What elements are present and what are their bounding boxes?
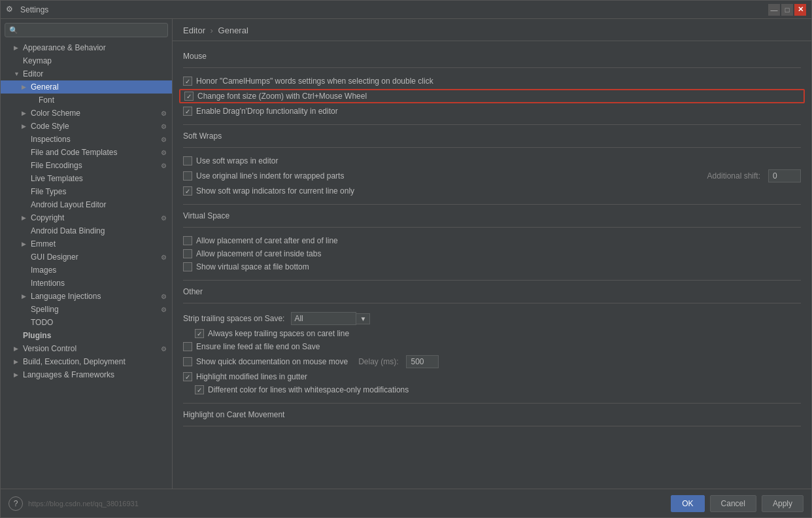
drag-drop-checkbox[interactable] xyxy=(183,107,192,116)
sidebar-item-intentions[interactable]: Intentions xyxy=(1,277,172,290)
ensure-line-feed-row: Ensure line feed at file end on Save xyxy=(183,340,801,353)
soft-wraps-divider xyxy=(183,147,801,148)
close-button[interactable]: ✕ xyxy=(794,4,806,16)
delay-ms-input[interactable] xyxy=(406,355,439,368)
settings-icon: ⚙ xyxy=(161,162,167,169)
strip-trailing-select[interactable]: All None Modified Lines xyxy=(291,312,356,325)
settings-icon: ⚙ xyxy=(161,306,167,313)
allow-caret-inside-tabs-checkbox[interactable] xyxy=(183,249,192,258)
sidebar-item-label: Code Style xyxy=(31,122,69,131)
diff-color-whitespace-checkbox[interactable] xyxy=(195,385,204,394)
sidebar-item-label: File Encodings xyxy=(31,161,82,170)
divider-1 xyxy=(183,124,801,125)
sidebar-item-spelling[interactable]: Spelling⚙ xyxy=(1,303,172,316)
content-area: Mouse Honor "CamelHumps" words settings … xyxy=(173,41,811,489)
allow-caret-after-end-checkbox[interactable] xyxy=(183,236,192,245)
sidebar-item-label: Live Templates xyxy=(31,174,83,183)
sidebar-item-color-scheme[interactable]: ▶Color Scheme⚙ xyxy=(1,107,172,120)
sidebar-item-editor[interactable]: ▼Editor xyxy=(1,67,172,80)
sidebar-item-label: Appearance & Behavior xyxy=(23,43,106,52)
arrow-icon: ▶ xyxy=(14,345,20,352)
sidebar-item-android-data-binding[interactable]: Android Data Binding xyxy=(1,224,172,237)
title-bar: ⚙ Settings — □ ✕ xyxy=(1,1,811,19)
soft-wraps-section-title: Soft Wraps xyxy=(183,131,801,141)
sidebar-item-label: Editor xyxy=(23,69,43,78)
arrow-icon: ▶ xyxy=(22,293,28,300)
diff-color-whitespace-row: Different color for lines with whitespac… xyxy=(183,383,801,396)
always-keep-trailing-label: Always keep trailing spaces on caret lin… xyxy=(208,329,349,338)
watermark: https://blog.csdn.net/qq_38016931 xyxy=(28,500,139,508)
allow-caret-after-end-row: Allow placement of caret after end of li… xyxy=(183,234,801,247)
maximize-button[interactable]: □ xyxy=(781,4,793,16)
strip-dropdown-arrow[interactable]: ▼ xyxy=(356,313,370,324)
sidebar-item-label: Font xyxy=(39,95,54,105)
sidebar-item-language-injections[interactable]: ▶Language Injections⚙ xyxy=(1,290,172,303)
sidebar-item-label: Spelling xyxy=(31,305,59,314)
sidebar-item-label: TODO xyxy=(31,318,53,327)
highlight-caret-divider xyxy=(183,426,801,426)
sidebar-item-languages-frameworks[interactable]: ▶Languages & Frameworks xyxy=(1,368,172,381)
virtual-space-section-title: Virtual Space xyxy=(183,211,801,220)
apply-button[interactable]: Apply xyxy=(762,495,804,512)
search-box[interactable]: 🔍 xyxy=(5,23,168,37)
ok-button[interactable]: OK xyxy=(671,495,704,512)
always-keep-trailing-checkbox[interactable] xyxy=(195,329,204,338)
arrow-icon: ▼ xyxy=(14,71,20,77)
sidebar-item-keymap[interactable]: Keymap xyxy=(1,54,172,67)
sidebar-item-images[interactable]: Images xyxy=(1,264,172,277)
sidebar-item-label: Languages & Frameworks xyxy=(23,370,114,379)
cancel-button[interactable]: Cancel xyxy=(710,495,756,512)
sidebar-item-file-code-templates[interactable]: File and Code Templates⚙ xyxy=(1,146,172,159)
show-soft-wrap-checkbox[interactable] xyxy=(183,186,192,196)
use-soft-wraps-row: Use soft wraps in editor xyxy=(183,154,801,167)
camel-humps-checkbox[interactable] xyxy=(183,77,192,86)
additional-shift-input[interactable] xyxy=(768,169,801,182)
sidebar-item-label: Plugins xyxy=(23,331,51,340)
sidebar-item-appearance[interactable]: ▶Appearance & Behavior xyxy=(1,41,172,54)
sidebar-item-emmet[interactable]: ▶Emmet xyxy=(1,237,172,250)
change-font-zoom-checkbox[interactable] xyxy=(184,92,194,101)
sidebar-item-file-encodings[interactable]: File Encodings⚙ xyxy=(1,159,172,172)
minimize-button[interactable]: — xyxy=(768,4,780,16)
show-soft-wrap-row: Show soft wrap indicators for current li… xyxy=(183,184,801,198)
use-soft-wraps-checkbox[interactable] xyxy=(183,156,192,165)
sidebar-item-todo[interactable]: TODO xyxy=(1,316,172,329)
sidebar-item-inspections[interactable]: Inspections⚙ xyxy=(1,133,172,146)
footer: ? https://blog.csdn.net/qq_38016931 OK C… xyxy=(1,489,811,517)
divider-4 xyxy=(183,403,801,404)
sidebar-item-code-style[interactable]: ▶Code Style⚙ xyxy=(1,120,172,133)
help-button[interactable]: ? xyxy=(8,496,23,511)
show-quick-doc-checkbox[interactable] xyxy=(183,357,192,366)
sidebar-item-live-templates[interactable]: Live Templates xyxy=(1,172,172,185)
camel-humps-row: Honor "CamelHumps" words settings when s… xyxy=(183,75,801,88)
ensure-line-feed-checkbox[interactable] xyxy=(183,342,192,351)
highlight-modified-checkbox[interactable] xyxy=(183,372,192,381)
settings-icon: ⚙ xyxy=(161,149,167,156)
show-virtual-space-checkbox[interactable] xyxy=(183,262,192,271)
sidebar-item-general[interactable]: ▶General xyxy=(1,80,172,94)
sidebar-item-plugins[interactable]: Plugins xyxy=(1,329,172,342)
drag-drop-row: Enable Drag'n'Drop functionality in edit… xyxy=(183,105,801,118)
sidebar-item-font[interactable]: Font xyxy=(1,94,172,107)
use-original-indent-checkbox[interactable] xyxy=(183,171,192,181)
show-virtual-space-row: Show virtual space at file bottom xyxy=(183,260,801,273)
arrow-icon: ▶ xyxy=(22,215,28,221)
always-keep-trailing-row: Always keep trailing spaces on caret lin… xyxy=(183,327,801,340)
divider-2 xyxy=(183,204,801,205)
sidebar-item-gui-designer[interactable]: GUI Designer⚙ xyxy=(1,250,172,264)
mouse-divider xyxy=(183,67,801,68)
show-quick-doc-row: Show quick documentation on mouse move D… xyxy=(183,353,801,370)
sidebar-item-file-types[interactable]: File Types xyxy=(1,185,172,198)
allow-caret-after-end-label: Allow placement of caret after end of li… xyxy=(196,236,338,245)
sidebar-item-label: Android Data Binding xyxy=(31,226,105,235)
sidebar-item-label: File Types xyxy=(31,187,66,196)
use-original-indent-row: Use original line's indent for wrapped p… xyxy=(183,167,801,184)
show-virtual-space-label: Show virtual space at file bottom xyxy=(196,262,309,271)
sidebar-item-android-layout-editor[interactable]: Android Layout Editor xyxy=(1,198,172,211)
sidebar-item-build-execution[interactable]: ▶Build, Execution, Deployment xyxy=(1,355,172,368)
breadcrumb: Editor › General xyxy=(173,19,811,41)
sidebar-item-copyright[interactable]: ▶Copyright⚙ xyxy=(1,211,172,224)
sidebar-item-version-control[interactable]: ▶Version Control⚙ xyxy=(1,342,172,355)
allow-caret-inside-tabs-row: Allow placement of caret inside tabs xyxy=(183,247,801,260)
search-input[interactable] xyxy=(21,26,163,35)
